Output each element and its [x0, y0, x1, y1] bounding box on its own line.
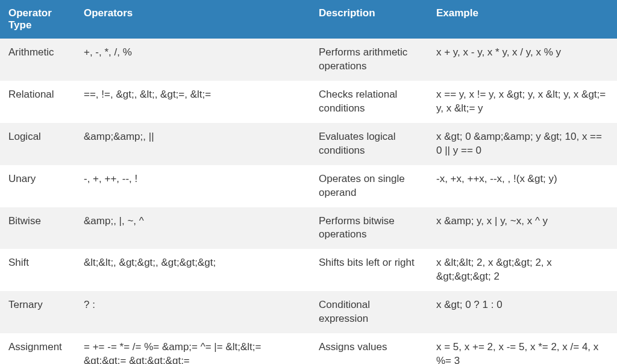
cell-operators: &amp;, |, ~, ^ — [75, 207, 310, 249]
operators-table: Operator Type Operators Description Exam… — [0, 0, 617, 364]
cell-description: Operates on single operand — [310, 165, 428, 207]
header-operator-type: Operator Type — [0, 0, 75, 39]
cell-operators: ==, !=, &gt;, &lt;, &gt;=, &lt;= — [75, 81, 310, 123]
cell-description: Performs bitwise operations — [310, 207, 428, 249]
cell-description: Evaluates logical conditions — [310, 123, 428, 165]
table-row: Logical &amp;&amp;, || Evaluates logical… — [0, 123, 617, 165]
cell-example: x = 5, x += 2, x -= 5, x *= 2, x /= 4, x… — [428, 333, 617, 364]
cell-type: Assignment — [0, 333, 75, 364]
cell-description: Performs arithmetic operations — [310, 39, 428, 81]
header-operators: Operators — [75, 0, 310, 39]
header-description: Description — [310, 0, 428, 39]
cell-operators: &lt;&lt;, &gt;&gt;, &gt;&gt;&gt; — [75, 249, 310, 291]
cell-type: Logical — [0, 123, 75, 165]
cell-type: Arithmetic — [0, 39, 75, 81]
cell-type: Ternary — [0, 291, 75, 333]
cell-operators: = += -= *= /= %= &amp;= ^= |= &lt;&lt;= … — [75, 333, 310, 364]
table-row: Unary -, +, ++, --, ! Operates on single… — [0, 165, 617, 207]
cell-type: Relational — [0, 81, 75, 123]
table-row: Bitwise &amp;, |, ~, ^ Performs bitwise … — [0, 207, 617, 249]
cell-type: Bitwise — [0, 207, 75, 249]
cell-example: x &gt; 0 &amp;&amp; y &gt; 10, x == 0 ||… — [428, 123, 617, 165]
table-row: Arithmetic +, -, *, /, % Performs arithm… — [0, 39, 617, 81]
cell-type: Unary — [0, 165, 75, 207]
table-row: Assignment = += -= *= /= %= &amp;= ^= |=… — [0, 333, 617, 364]
table-row: Relational ==, !=, &gt;, &lt;, &gt;=, &l… — [0, 81, 617, 123]
cell-description: Shifts bits left or right — [310, 249, 428, 291]
cell-example: x &gt; 0 ? 1 : 0 — [428, 291, 617, 333]
cell-operators: +, -, *, /, % — [75, 39, 310, 81]
table-row: Ternary ? : Conditional expression x &gt… — [0, 291, 617, 333]
cell-example: x &lt;&lt; 2, x &gt;&gt; 2, x &gt;&gt;&g… — [428, 249, 617, 291]
cell-description: Checks relational conditions — [310, 81, 428, 123]
cell-description: Assigns values — [310, 333, 428, 364]
cell-example: x &amp; y, x | y, ~x, x ^ y — [428, 207, 617, 249]
cell-example: x == y, x != y, x &gt; y, x &lt; y, x &g… — [428, 81, 617, 123]
table-header-row: Operator Type Operators Description Exam… — [0, 0, 617, 39]
table-row: Shift &lt;&lt;, &gt;&gt;, &gt;&gt;&gt; S… — [0, 249, 617, 291]
cell-example: -x, +x, ++x, --x, , !(x &gt; y) — [428, 165, 617, 207]
cell-operators: ? : — [75, 291, 310, 333]
cell-description: Conditional expression — [310, 291, 428, 333]
cell-operators: &amp;&amp;, || — [75, 123, 310, 165]
cell-example: x + y, x - y, x * y, x / y, x % y — [428, 39, 617, 81]
header-example: Example — [428, 0, 617, 39]
cell-type: Shift — [0, 249, 75, 291]
cell-operators: -, +, ++, --, ! — [75, 165, 310, 207]
